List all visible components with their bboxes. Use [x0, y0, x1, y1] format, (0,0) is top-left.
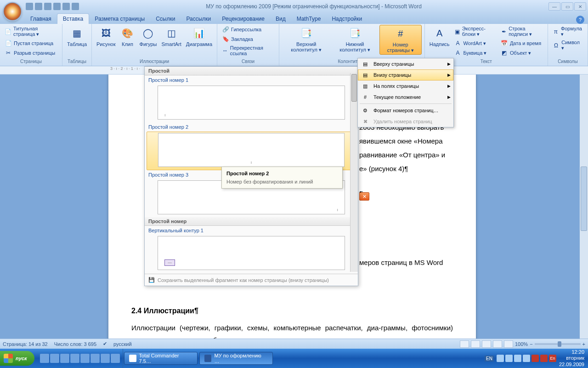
ql-icon[interactable] — [50, 354, 59, 363]
menu-top-of-page[interactable]: ▤Вверху страницы▶ — [358, 58, 453, 69]
chart-button[interactable]: 📊Диаграмма — [184, 25, 214, 48]
view-fullscreen-button[interactable] — [471, 340, 480, 348]
symbol-button[interactable]: ΩСимвол ▾ — [551, 39, 585, 52]
quickparts-button[interactable]: ▣Экспресс-блоки ▾ — [452, 25, 498, 38]
gallery-scroll-thumb[interactable] — [351, 74, 357, 102]
page-break-button[interactable]: ✂Разрыв страницы — [3, 48, 59, 58]
tab-insert[interactable]: Вставка — [57, 13, 90, 24]
gallery-scrollbar[interactable] — [350, 73, 358, 272]
tray-lang-icon[interactable]: En — [549, 355, 556, 362]
status-page[interactable]: Страница: 14 из 32 — [3, 341, 48, 347]
ql-icon[interactable] — [80, 354, 90, 363]
taskbar-item-word[interactable]: МУ по оформлению … — [199, 352, 273, 365]
picture-button[interactable]: 🖼Рисунок — [95, 25, 118, 48]
tray-icon[interactable] — [531, 355, 539, 362]
zoom-in-button[interactable]: + — [582, 341, 585, 347]
qat-open-icon[interactable] — [72, 3, 79, 10]
ql-icon[interactable] — [70, 354, 79, 363]
tab-references[interactable]: Ссылки — [150, 14, 181, 24]
blank-page-button[interactable]: 📄Пустая страница — [3, 39, 59, 48]
title-bar: МУ по оформлению 2009 [Режим ограниченно… — [0, 0, 588, 13]
view-web-button[interactable] — [482, 340, 491, 348]
crossref-button[interactable]: ↔Перекрестная ссылка — [220, 44, 276, 57]
cover-page-button[interactable]: 📄Титульная страница ▾ — [3, 25, 59, 38]
view-print-layout-button[interactable] — [460, 340, 469, 348]
clipart-button[interactable]: 🎨Клип — [119, 25, 137, 48]
tray-icon[interactable] — [514, 355, 521, 362]
doc-text: ¶ — [359, 187, 445, 201]
office-button[interactable] — [3, 2, 22, 21]
status-words[interactable]: Число слов: 3 695 — [54, 341, 96, 347]
scrollbar-thumb[interactable] — [581, 167, 587, 231]
tab-mailings[interactable]: Рассылки — [181, 14, 216, 24]
tray-icon[interactable] — [540, 355, 548, 362]
close-button[interactable]: ✕ — [574, 2, 586, 11]
gallery-item-label: Простой номер 2 — [145, 122, 358, 132]
gallery-item-1[interactable]: ı — [158, 86, 345, 120]
tray-icon[interactable] — [497, 355, 504, 362]
object-button[interactable]: ◩Объект ▾ — [499, 48, 545, 58]
zoom-out-button[interactable]: − — [530, 341, 532, 347]
dropcap-button[interactable]: AБуквица ▾ — [452, 48, 498, 58]
qat-preview-icon[interactable] — [62, 3, 70, 10]
clock[interactable]: 12:20 вторник 22.09.2009 — [559, 349, 584, 368]
hyperlink-button[interactable]: 🔗Гиперссылка — [220, 25, 276, 34]
menu-bottom-of-page[interactable]: ▤Внизу страницы▶ — [358, 69, 453, 80]
view-outline-button[interactable] — [493, 340, 502, 348]
menu-current-position[interactable]: #Текущее положение▶ — [358, 92, 453, 103]
ql-icon[interactable] — [101, 354, 110, 363]
equation-button[interactable]: πФормула ▾ — [551, 25, 585, 38]
signature-button[interactable]: ✒Строка подписи ▾ — [499, 25, 545, 38]
table-button[interactable]: ▦Таблица — [65, 25, 89, 48]
maximize-button[interactable]: ▭ — [561, 2, 573, 11]
tooltip: Простой номер 2 Номер без форматирования… — [221, 167, 343, 189]
tray-icon[interactable] — [523, 355, 530, 362]
qat-undo-icon[interactable] — [35, 3, 42, 10]
ql-icon[interactable] — [90, 354, 100, 363]
page-number-button[interactable]: #Номер страницы ▾ — [379, 25, 422, 55]
gallery-footer[interactable]: 💾Сохранить выделенный фрагмент как номер… — [145, 274, 358, 286]
header-button[interactable]: 📑Верхний колонтитул ▾ — [282, 25, 330, 54]
help-button[interactable]: ? — [576, 16, 584, 24]
start-button[interactable]: пуск — [0, 351, 34, 366]
tab-home[interactable]: Главная — [25, 14, 57, 24]
status-language[interactable]: русский — [113, 341, 131, 347]
gallery-item-2[interactable]: ı — [158, 133, 345, 167]
zoom-level[interactable]: 100% — [515, 341, 528, 347]
vertical-scrollbar[interactable] — [580, 75, 588, 339]
bookmark-button[interactable]: 🔖Закладка — [220, 34, 276, 44]
wordart-button[interactable]: AWordArt ▾ — [452, 39, 498, 48]
taskbar-item-totalcmd[interactable]: Total Commander 7.5… — [124, 352, 198, 365]
tab-page-layout[interactable]: Разметка страницы — [89, 14, 150, 24]
language-indicator[interactable]: EN — [485, 356, 494, 362]
view-draft-button[interactable] — [504, 340, 513, 348]
smartart-button[interactable]: ◫SmartArt — [159, 25, 183, 48]
signature-label: Строка подписи ▾ — [509, 26, 543, 37]
tab-addins[interactable]: Надстройки — [326, 14, 368, 24]
shapes-button[interactable]: ◯Фигуры — [138, 25, 159, 48]
datetime-button[interactable]: 📅Дата и время — [499, 39, 545, 48]
qat-print-icon[interactable] — [53, 3, 61, 10]
gallery-footer-label: Сохранить выделенный фрагмент как номер … — [158, 277, 329, 283]
close-icon[interactable]: ✕ — [359, 192, 369, 201]
page-top-icon: ▤ — [361, 60, 370, 68]
tab-mathtype[interactable]: MathType — [291, 14, 327, 24]
footer-button[interactable]: 📑Нижний колонтитул ▾ — [331, 25, 378, 54]
tab-review[interactable]: Рецензирование — [216, 14, 270, 24]
gallery-item-label: Вертикальный контур 1 — [145, 226, 358, 235]
tray-icon[interactable] — [505, 355, 513, 362]
status-bar: Страница: 14 из 32 Число слов: 3 695 ✔ р… — [0, 339, 588, 349]
menu-format-page-numbers[interactable]: ⚙Формат номеров страниц… — [358, 105, 453, 116]
zoom-slider[interactable] — [535, 343, 581, 345]
minimize-button[interactable]: — — [548, 2, 560, 11]
ql-icon[interactable] — [111, 354, 120, 363]
textbox-button[interactable]: AНадпись — [428, 25, 452, 48]
status-proofing-icon[interactable]: ✔ — [103, 341, 107, 347]
qat-redo-icon[interactable] — [44, 3, 51, 10]
menu-page-margins[interactable]: ▥На полях страницы▶ — [358, 80, 453, 92]
gallery-item-4[interactable]: — — [158, 236, 345, 270]
ql-icon[interactable] — [60, 354, 69, 363]
qat-save-icon[interactable] — [26, 3, 33, 10]
ql-icon[interactable] — [40, 354, 49, 363]
tab-view[interactable]: Вид — [270, 14, 291, 24]
